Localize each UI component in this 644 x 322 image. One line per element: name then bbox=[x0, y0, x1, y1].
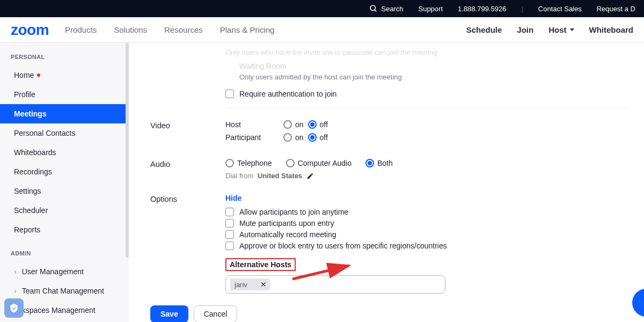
search-link[interactable]: Search bbox=[369, 4, 403, 13]
annotation-arrow-icon bbox=[290, 263, 354, 284]
mute-on-entry-checkbox[interactable] bbox=[225, 219, 234, 228]
support-link[interactable]: Support bbox=[418, 5, 443, 13]
host-dropdown[interactable]: Host bbox=[548, 25, 574, 34]
divider: | bbox=[521, 5, 523, 13]
sidebar-item-whiteboards[interactable]: Whiteboards bbox=[0, 143, 129, 162]
schedule-link[interactable]: Schedule bbox=[466, 25, 502, 34]
zoom-logo[interactable]: zoom bbox=[11, 21, 49, 39]
waiting-room-checkbox-faded bbox=[225, 62, 234, 70]
sidebar-section-personal: PERSONAL bbox=[0, 50, 129, 65]
audio-computer-radio[interactable]: Computer Audio bbox=[286, 159, 352, 167]
join-link[interactable]: Join bbox=[517, 25, 533, 34]
cancel-button[interactable]: Cancel bbox=[194, 305, 238, 322]
nav-solutions[interactable]: Solutions bbox=[114, 25, 147, 34]
sidebar-section-admin: ADMIN bbox=[0, 247, 129, 262]
sidebar-item-scheduler[interactable]: Scheduler bbox=[0, 201, 129, 220]
sidebar-item-recordings[interactable]: Recordings bbox=[0, 162, 129, 181]
notification-dot-icon bbox=[37, 74, 40, 77]
participant-video-off-radio[interactable]: off bbox=[308, 133, 328, 142]
edit-icon[interactable] bbox=[306, 172, 314, 180]
audio-section-label: Audio bbox=[150, 159, 225, 169]
svg-line-2 bbox=[292, 266, 349, 279]
participant-video-label: Participant bbox=[225, 133, 279, 142]
passcode-desc-faded: Only users who have the invite link or p… bbox=[225, 48, 628, 56]
dial-from-label: Dial from bbox=[225, 172, 253, 180]
save-button[interactable]: Save bbox=[150, 305, 188, 322]
require-auth-label: Require authentication to join bbox=[239, 90, 336, 98]
phone-number: 1.888.799.5926 bbox=[458, 5, 506, 13]
allow-join-anytime-checkbox[interactable] bbox=[225, 208, 234, 216]
alt-host-chip-text: jariv bbox=[235, 281, 247, 289]
allow-join-anytime-label: Allow participants to join anytime bbox=[239, 208, 348, 216]
host-video-on-radio[interactable]: on bbox=[283, 120, 304, 129]
auto-record-label: Automatically record meeting bbox=[239, 230, 336, 239]
main-header: zoom Products Solutions Resources Plans … bbox=[0, 17, 644, 43]
auto-record-checkbox[interactable] bbox=[225, 230, 234, 239]
host-label: Host bbox=[548, 25, 566, 34]
svg-point-0 bbox=[370, 5, 375, 10]
audio-telephone-radio[interactable]: Telephone bbox=[225, 159, 272, 167]
require-auth-checkbox[interactable] bbox=[225, 90, 234, 98]
sidebar-item-team-chat-management[interactable]: Team Chat Management bbox=[0, 281, 129, 301]
shield-icon bbox=[9, 303, 19, 313]
whiteboard-link[interactable]: Whiteboard bbox=[589, 25, 634, 34]
utility-topbar: Search Support 1.888.799.5926 | Contact … bbox=[0, 0, 644, 17]
search-label: Search bbox=[381, 5, 403, 13]
sidebar-item-profile[interactable]: Profile bbox=[0, 85, 129, 104]
request-demo-link[interactable]: Request a D bbox=[597, 5, 635, 13]
primary-nav: Products Solutions Resources Plans & Pri… bbox=[65, 25, 274, 34]
security-shield-badge[interactable] bbox=[4, 298, 24, 318]
search-icon bbox=[369, 4, 378, 13]
hide-options-link[interactable]: Hide bbox=[225, 194, 241, 202]
meeting-settings-form: Only users who have the invite link or p… bbox=[129, 43, 644, 322]
sidebar-item-home[interactable]: Home bbox=[0, 65, 129, 85]
region-block-label: Approve or block entry to users from spe… bbox=[239, 241, 447, 250]
participant-video-on-radio[interactable]: on bbox=[283, 133, 304, 142]
contact-sales-link[interactable]: Contact Sales bbox=[538, 5, 582, 13]
options-section-label: Options bbox=[150, 194, 225, 203]
secondary-nav: Schedule Join Host Whiteboard bbox=[466, 25, 633, 34]
nav-plans-pricing[interactable]: Plans & Pricing bbox=[220, 25, 275, 34]
sidebar-item-meetings[interactable]: Meetings bbox=[0, 104, 129, 123]
sidebar-item-settings[interactable]: Settings bbox=[0, 181, 129, 201]
sidebar-item-contacts[interactable]: Personal Contacts bbox=[0, 123, 129, 143]
host-video-label: Host bbox=[225, 120, 279, 129]
alt-host-chip: jariv ✕ bbox=[230, 279, 270, 290]
sidebar-item-user-management[interactable]: User Management bbox=[0, 262, 129, 281]
dial-from-country: United States bbox=[258, 172, 302, 180]
region-block-checkbox[interactable] bbox=[225, 241, 234, 250]
host-video-off-radio[interactable]: off bbox=[308, 120, 328, 129]
mute-on-entry-label: Mute participants upon entry bbox=[239, 219, 334, 228]
video-section-label: Video bbox=[150, 120, 225, 130]
remove-chip-icon[interactable]: ✕ bbox=[260, 280, 267, 289]
svg-line-1 bbox=[375, 10, 376, 11]
divider bbox=[225, 108, 628, 108]
nav-products[interactable]: Products bbox=[65, 25, 97, 34]
nav-resources[interactable]: Resources bbox=[164, 25, 203, 34]
sidebar-item-reports[interactable]: Reports bbox=[0, 220, 129, 239]
sidebar: PERSONAL Home Profile Meetings Personal … bbox=[0, 43, 129, 322]
audio-both-radio[interactable]: Both bbox=[365, 159, 393, 167]
waiting-room-desc: Only users admitted by the host can join… bbox=[239, 73, 628, 81]
alternative-hosts-label: Alternative Hosts bbox=[225, 258, 296, 271]
waiting-room-label-faded: Waiting Room bbox=[239, 62, 286, 70]
chevron-down-icon bbox=[570, 28, 574, 31]
